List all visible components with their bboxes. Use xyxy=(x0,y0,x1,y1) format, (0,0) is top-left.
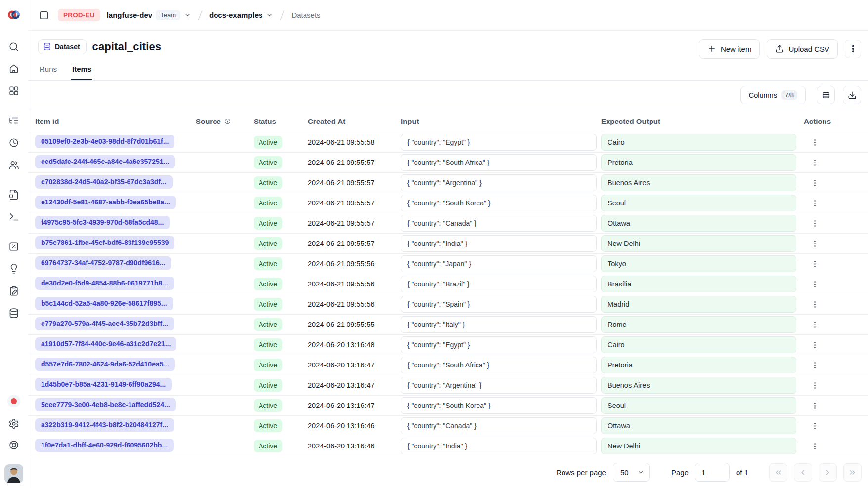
row-actions-button[interactable] xyxy=(807,215,823,231)
expected-output-cell[interactable]: Madrid xyxy=(601,296,796,313)
recording-indicator[interactable] xyxy=(7,395,20,407)
input-cell[interactable]: { "country": "South Africa" } xyxy=(401,154,597,171)
input-cell[interactable]: { "country": "Brazil" } xyxy=(401,276,597,292)
expected-output-cell[interactable]: Cairo xyxy=(601,336,796,353)
item-id-link[interactable]: 1f0e7da1-dbff-4e60-929d-f6095602bb... xyxy=(35,439,174,452)
expected-output-cell[interactable]: Buenos Aires xyxy=(601,377,796,394)
row-height-button[interactable] xyxy=(817,86,835,104)
rows-per-page-select[interactable]: 50 xyxy=(613,463,650,482)
sidebar-support-button[interactable] xyxy=(6,438,21,452)
input-cell[interactable]: { "country": "South Korea" } xyxy=(401,195,597,211)
sidebar-tracing-button[interactable] xyxy=(6,113,21,128)
input-cell[interactable]: { "country": "Spain" } xyxy=(401,296,597,313)
sidebar-playground-button[interactable] xyxy=(6,209,21,224)
input-cell[interactable]: { "country": "Canada" } xyxy=(401,215,597,232)
sidebar-evaluation-button[interactable] xyxy=(6,239,21,254)
item-id-link[interactable]: c702838d-24d5-40a2-bf35-67dc3a3df... xyxy=(35,175,173,189)
input-cell[interactable]: { "country": "Argentina" } xyxy=(401,174,597,191)
row-actions-button[interactable] xyxy=(807,236,823,251)
item-id-link[interactable]: eed5dafe-244f-465c-a84c-4a6e357251... xyxy=(35,155,175,168)
status-badge: Active xyxy=(254,359,282,371)
input-cell[interactable]: { "country": "Argentina" } xyxy=(401,377,597,394)
last-page-button[interactable] xyxy=(843,463,862,482)
tab-runs[interactable]: Runs xyxy=(39,65,58,80)
expected-output-cell[interactable]: Pretoria xyxy=(601,154,796,171)
row-actions-button[interactable] xyxy=(807,256,823,272)
kebab-menu-icon xyxy=(811,280,819,288)
page-number-input[interactable] xyxy=(695,463,730,482)
expected-output-cell[interactable]: Buenos Aires xyxy=(601,174,796,191)
sidebar-suggestions-button[interactable] xyxy=(6,261,21,276)
expected-output-cell[interactable]: Tokyo xyxy=(601,255,796,272)
input-cell[interactable]: { "country": "India" } xyxy=(401,235,597,252)
item-id-link[interactable]: e779a270-579a-4f45-aec4-35b72d3bff... xyxy=(35,317,174,330)
sidebar-sessions-button[interactable] xyxy=(6,135,21,150)
item-id-link[interactable]: 69764737-34af-4752-9787-d90df9616... xyxy=(35,256,171,270)
row-actions-button[interactable] xyxy=(807,155,823,170)
export-download-button[interactable] xyxy=(843,86,861,104)
new-item-button[interactable]: New item xyxy=(699,39,760,59)
input-cell[interactable]: { "country": "Egypt" } xyxy=(401,336,597,353)
sidebar-annotation-button[interactable] xyxy=(6,284,21,298)
input-cell[interactable]: { "country": "South Korea" } xyxy=(401,397,597,414)
row-actions-button[interactable] xyxy=(807,377,823,393)
expected-output-cell[interactable]: Ottawa xyxy=(601,215,796,232)
tab-items[interactable]: Items xyxy=(71,65,92,80)
organization-selector[interactable]: langfuse-dev Team xyxy=(107,10,191,20)
row-actions-button[interactable] xyxy=(807,337,823,353)
row-actions-button[interactable] xyxy=(807,134,823,150)
item-id-link[interactable]: 5cee7779-3e00-4eb8-be8c-1affedd524... xyxy=(35,398,176,411)
langfuse-logo-icon[interactable] xyxy=(6,8,21,23)
expected-output-cell[interactable]: Seoul xyxy=(601,397,796,414)
item-id-link[interactable]: d557e7d6-7802-4624-9da6-52d410ea5... xyxy=(35,358,175,371)
item-id-link[interactable]: 05109ef0-2e3b-4e03-98dd-8f7d01b61f... xyxy=(35,135,174,148)
expected-output-cell[interactable]: Cairo xyxy=(601,134,796,151)
sidebar-search-button[interactable] xyxy=(6,40,21,54)
expected-output-cell[interactable]: Rome xyxy=(601,316,796,333)
row-actions-button[interactable] xyxy=(807,276,823,292)
expected-output-cell[interactable]: Seoul xyxy=(601,195,796,211)
row-actions-button[interactable] xyxy=(807,357,823,373)
expected-output-cell[interactable]: Brasília xyxy=(601,276,796,292)
sidebar-home-button[interactable] xyxy=(6,61,21,76)
input-cell[interactable]: { "country": "Japan" } xyxy=(401,255,597,272)
item-id-link[interactable]: de30d2e0-f5d9-4854-88b6-0619771b8... xyxy=(35,277,174,290)
expected-output-cell[interactable]: New Delhi xyxy=(601,438,796,454)
item-id-link[interactable]: e12430df-5e81-4687-aabb-f0ea65be8a... xyxy=(35,196,176,209)
expected-output-cell[interactable]: New Delhi xyxy=(601,235,796,252)
sidebar-prompts-button[interactable] xyxy=(6,187,21,202)
row-actions-button[interactable] xyxy=(807,195,823,211)
sidebar-datasets-button[interactable] xyxy=(6,306,21,321)
previous-page-button[interactable] xyxy=(794,463,812,482)
row-actions-button[interactable] xyxy=(807,296,823,312)
item-id-link[interactable]: 1d45b0e7-b85a-4231-9149-6ff90a294... xyxy=(35,378,172,391)
user-avatar[interactable] xyxy=(4,464,23,483)
columns-button[interactable]: Columns 7/8 xyxy=(740,86,806,104)
row-actions-button[interactable] xyxy=(807,317,823,332)
item-id-link[interactable]: a322b319-9412-4f43-b8f2-b20484127f... xyxy=(35,418,174,432)
row-actions-button[interactable] xyxy=(807,438,823,454)
first-page-button[interactable] xyxy=(769,463,787,482)
input-cell[interactable]: { "country": "South Africa" } xyxy=(401,357,597,373)
input-cell[interactable]: { "country": "Egypt" } xyxy=(401,134,597,151)
input-cell[interactable]: { "country": "Canada" } xyxy=(401,417,597,434)
item-id-link[interactable]: b5c144cd-52a5-4a80-926e-58617f895... xyxy=(35,297,173,310)
input-cell[interactable]: { "country": "India" } xyxy=(401,438,597,454)
row-actions-button[interactable] xyxy=(807,398,823,413)
item-id-link[interactable]: a1910d57-7f84-440c-9e46-a31c2d7e21... xyxy=(35,337,176,351)
item-id-link[interactable]: b75c7861-1fbe-45cf-bdf6-83f139c95539 xyxy=(35,236,174,249)
input-cell[interactable]: { "country": "Italy" } xyxy=(401,316,597,333)
upload-csv-button[interactable]: Upload CSV xyxy=(767,39,838,59)
next-page-button[interactable] xyxy=(819,463,837,482)
project-selector[interactable]: docs-examples xyxy=(209,11,273,19)
sidebar-settings-button[interactable] xyxy=(6,416,21,431)
expected-output-cell[interactable]: Ottawa xyxy=(601,417,796,434)
sidebar-toggle-button[interactable] xyxy=(37,8,51,23)
sidebar-dashboards-button[interactable] xyxy=(6,83,21,98)
item-id-link[interactable]: f4975c95-5fc3-4939-970d-58fa5cd48... xyxy=(35,216,170,229)
sidebar-users-button[interactable] xyxy=(6,158,21,172)
expected-output-cell[interactable]: Pretoria xyxy=(601,357,796,373)
page-actions-menu-button[interactable] xyxy=(845,40,861,58)
row-actions-button[interactable] xyxy=(807,175,823,191)
row-actions-button[interactable] xyxy=(807,418,823,434)
